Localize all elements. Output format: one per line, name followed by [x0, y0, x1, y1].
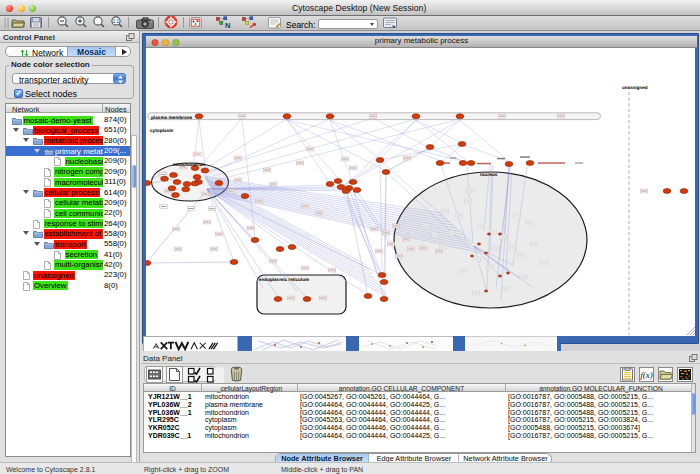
- svg-text:cytoplasm: cytoplasm: [150, 128, 173, 133]
- svg-text:N: N: [225, 21, 230, 30]
- svg-text:mitochondrion: mitochondrion: [173, 162, 205, 167]
- svg-text:1:1: 1:1: [113, 19, 120, 24]
- svg-text:plasma membrane: plasma membrane: [151, 115, 193, 120]
- svg-text:f(x): f(x): [640, 370, 653, 380]
- svg-text:nucleus: nucleus: [480, 172, 498, 177]
- svg-text:unassigned: unassigned: [622, 85, 648, 90]
- svg-text:endoplasmic reticulum: endoplasmic reticulum: [259, 277, 309, 282]
